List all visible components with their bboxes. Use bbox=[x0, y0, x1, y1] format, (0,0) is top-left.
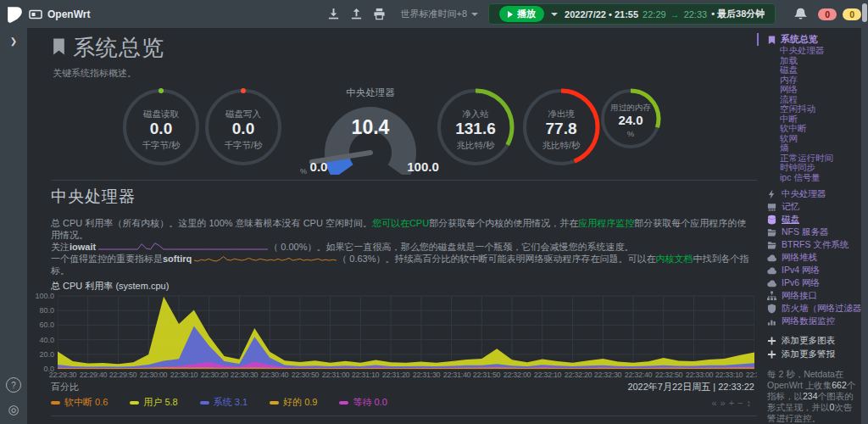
chart-tool-icon[interactable]: + bbox=[729, 398, 737, 408]
chart-tool-icon[interactable]: ↕ bbox=[747, 398, 755, 408]
svg-text:千字节/秒: 千字节/秒 bbox=[225, 140, 263, 150]
time-range-panel[interactable]: 播放 2022/7/22 • 21:55 22:29 → 22:33 • 最后3… bbox=[488, 3, 776, 25]
chart-tool-icon[interactable]: » bbox=[721, 398, 729, 408]
apps-monitoring-link[interactable]: 应用程序监控 bbox=[578, 218, 634, 228]
critical-alerts-badge[interactable]: 0 bbox=[818, 8, 837, 20]
sidebar-item[interactable]: 中央处理器 bbox=[767, 189, 858, 198]
x-tick-label: 22:32:30 bbox=[591, 371, 625, 379]
kernel-docs-link[interactable]: 内核文档 bbox=[655, 254, 693, 264]
x-tick-label: 22:32:00 bbox=[500, 371, 534, 379]
sidebar-subitem[interactable]: 磁盘 bbox=[767, 65, 858, 75]
play-button[interactable]: 播放 bbox=[499, 6, 544, 22]
netdata-logo[interactable] bbox=[0, 5, 29, 24]
chart-toolbar[interactable]: «»+−↕ bbox=[711, 398, 754, 408]
cpu-desc-line1: 总 CPU 利用率（所有内核）。这里的 100% 意味着根本没有 CPU 空闲时… bbox=[51, 217, 753, 241]
pie-chart-widget[interactable]: 磁盘写入0.0千字节/秒 bbox=[203, 86, 284, 171]
cpu-chart-title: 总 CPU 利用率 (system.cpu) bbox=[51, 280, 757, 293]
pie-chart-widget[interactable]: 净出境77.8兆比特/秒 bbox=[520, 86, 602, 171]
sidebar-subitem[interactable]: 空闲抖动 bbox=[767, 104, 858, 114]
sidebar-item[interactable]: 网络接口 bbox=[767, 291, 858, 300]
cpu-section-title: 中央处理器 bbox=[51, 186, 757, 208]
expand-sidebar-icon[interactable]: ❯ bbox=[8, 36, 19, 46]
desc-text: 关注 bbox=[51, 242, 70, 252]
sidebar-subitem[interactable]: ipc 信号量 bbox=[767, 173, 858, 183]
sitemap-icon bbox=[767, 291, 776, 301]
sidebar-subitem[interactable]: 时钟同步 bbox=[767, 163, 858, 173]
warning-alerts-badge[interactable]: 0 bbox=[843, 8, 861, 20]
legend-item[interactable]: 等待 0.0 bbox=[339, 396, 387, 409]
cpu-section-link[interactable]: 您可以在CPU bbox=[372, 218, 429, 228]
print-icon[interactable] bbox=[368, 3, 391, 25]
cpu-chart-plot[interactable]: 100.080.060.040.020.00.0 bbox=[58, 293, 754, 370]
play-chevron-down-icon[interactable] bbox=[551, 13, 558, 16]
sidebar-item[interactable]: NFS 服务器 bbox=[767, 227, 858, 237]
sidebar-item[interactable]: 记忆 bbox=[767, 202, 858, 211]
sidebar-item[interactable]: 防火墙（网络过滤器） bbox=[767, 304, 858, 313]
settings-icon[interactable]: ◎ bbox=[8, 403, 19, 416]
sidebar-subitem[interactable]: 软中断 bbox=[767, 124, 858, 134]
x-tick-label: 22:31:10 bbox=[348, 371, 382, 379]
sidebar-item-label: 中央处理器 bbox=[782, 188, 826, 200]
arrow-right-icon: → bbox=[670, 9, 680, 20]
export-icon[interactable] bbox=[345, 3, 368, 25]
legend-swatch-icon bbox=[130, 401, 139, 404]
sidebar-item[interactable]: IPv6 网络 bbox=[767, 278, 858, 287]
alerts-bell-icon[interactable] bbox=[789, 3, 812, 25]
sidebar-item-system-overview[interactable]: 系统总览 bbox=[757, 33, 858, 46]
legend-item[interactable]: 软中断 0.6 bbox=[51, 396, 108, 409]
node-selector[interactable]: OpenWrt bbox=[29, 8, 90, 20]
page-scrollbar[interactable] bbox=[861, 0, 868, 424]
x-tick-label: 22:31:30 bbox=[409, 371, 443, 379]
legend-swatch-icon bbox=[51, 401, 60, 404]
scrollbar-thumb[interactable] bbox=[862, 3, 867, 22]
x-tick-label: 22:33:20 bbox=[743, 371, 757, 379]
sidebar-subitem[interactable]: 熵 bbox=[767, 143, 858, 153]
timezone-picker[interactable]: 世界标准时间+8 bbox=[401, 8, 479, 20]
sidebar-item[interactable]: 网络堆栈 bbox=[767, 253, 858, 262]
legend-swatch-icon bbox=[200, 401, 209, 404]
x-tick-label: 22:30:40 bbox=[258, 371, 292, 379]
y-tick-label: 40.0 bbox=[27, 336, 54, 344]
cpu-stacked-area-chart[interactable] bbox=[58, 293, 754, 370]
sidebar-action[interactable]: 添加更多图表 bbox=[767, 336, 858, 345]
bolt-icon bbox=[767, 189, 776, 199]
help-icon[interactable]: ? bbox=[6, 377, 21, 393]
x-tick-label: 22:29:30 bbox=[46, 371, 80, 379]
softirq-sparkline bbox=[194, 253, 337, 265]
netdata-logo-icon bbox=[5, 5, 24, 24]
pie-chart-svg: 磁盘读取0.0千字节/秒 bbox=[120, 86, 202, 168]
sidebar-item-label: 防火墙（网络过滤器） bbox=[782, 303, 861, 315]
cpu-gauge-widget[interactable]: 中央处理器10.40.0100.0% bbox=[290, 86, 451, 178]
memory-icon bbox=[767, 202, 776, 212]
sidebar-action[interactable]: 添加更多警报 bbox=[767, 349, 858, 359]
footer-metric: 662 bbox=[832, 380, 847, 390]
rail-bottom: ? ◎ bbox=[0, 377, 27, 416]
iowait-term: iowait bbox=[70, 242, 96, 252]
import-icon[interactable] bbox=[322, 3, 345, 25]
sidebar-subitem[interactable]: 网络 bbox=[767, 85, 858, 95]
footer-metric: 234 bbox=[803, 391, 818, 401]
legend-item[interactable]: 好的 0.9 bbox=[270, 396, 317, 409]
svg-text:净入站: 净入站 bbox=[462, 109, 489, 119]
chart-tool-icon[interactable]: « bbox=[711, 398, 720, 408]
svg-text:0.0: 0.0 bbox=[150, 120, 172, 137]
gauge-svg: 10.40.0100.0% bbox=[290, 100, 451, 175]
chart-tool-icon[interactable]: − bbox=[737, 398, 746, 408]
node-icon bbox=[29, 9, 42, 20]
x-tick-label: 22:29:40 bbox=[76, 371, 110, 379]
x-tick-label: 22:31:50 bbox=[470, 371, 504, 379]
pie-chart-widget[interactable]: 净入站131.6兆比特/秒 bbox=[435, 86, 516, 171]
sidebar-item[interactable]: IPv4 网络 bbox=[767, 265, 858, 275]
sidebar-subitem[interactable]: 中央处理器 bbox=[767, 46, 858, 56]
page-subtitle: 关键系统指标概述。 bbox=[53, 67, 757, 80]
pie-chart-widget[interactable]: 用过的内存24.0% bbox=[598, 86, 663, 154]
legend-item[interactable]: 用户 5.8 bbox=[130, 396, 177, 409]
legend-item[interactable]: 系统 3.1 bbox=[200, 396, 248, 409]
pie-chart-widget[interactable]: 磁盘读取0.0千字节/秒 bbox=[120, 86, 202, 171]
sidebar-item-label: BTRFS 文件系统 bbox=[782, 239, 849, 251]
cpu-desc-line2: 关注iowait（ 0.00%）。如果它一直很高，那么您的磁盘就是一个瓶颈，它们… bbox=[51, 241, 753, 253]
sidebar-item[interactable]: 网络数据监控 bbox=[767, 316, 858, 326]
sidebar-item[interactable]: 磁盘 bbox=[767, 215, 858, 224]
right-sidebar: 系统总览中央处理器加载磁盘内存网络流程空闲抖动中断软中断软网熵正常运行时间时钟同… bbox=[757, 28, 861, 424]
sidebar-item[interactable]: BTRFS 文件系统 bbox=[767, 240, 858, 249]
